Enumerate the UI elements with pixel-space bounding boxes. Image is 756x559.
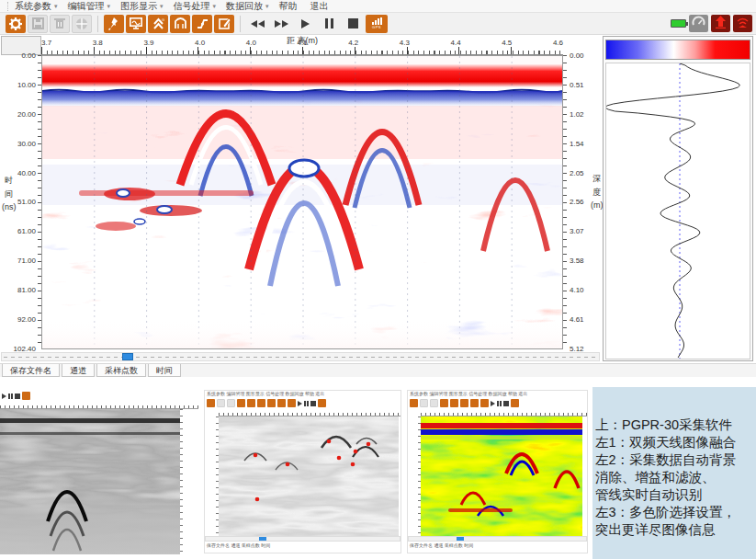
filter-button[interactable] — [192, 15, 212, 33]
pause-icon — [8, 394, 10, 399]
menu-items: 系统参数▾ 编辑管理▾ 图形显示▾ 信号处理▾ 数据回放▾ — [15, 0, 342, 13]
gps-bars-icon — [372, 17, 382, 25]
mini-x-ruler — [0, 402, 198, 409]
gps-label: GPS — [372, 25, 381, 29]
time-tick-label: 51.00 — [17, 198, 36, 206]
time-tick-label: 30.00 — [17, 140, 36, 148]
gps-button[interactable]: GPS — [366, 15, 388, 33]
trash-icon — [54, 17, 65, 29]
radargram-panel: 距 离(m) 3.73.83.94.04.04.14.24.34.44.54.6… — [0, 35, 602, 362]
x-tick-label: 3.7 — [41, 39, 51, 47]
trace-panel — [603, 36, 753, 361]
stop-icon — [503, 401, 509, 406]
app-window: 系统参数▾ 编辑管理▾ 图形显示▾ 信号处理▾ 数据回放▾ — [0, 0, 756, 559]
gps-icon — [22, 392, 30, 400]
time-tick-label: 61.00 — [17, 227, 36, 235]
thumbnail-auto-detection: 系统参数 编辑管理 图形显示 信号处理 数据回放 帮助 退出 — [204, 390, 401, 553]
depth-tick-label: 0.00 — [570, 51, 584, 60]
edit-button[interactable] — [214, 15, 234, 33]
display-button[interactable] — [126, 15, 146, 33]
caption-line: 管线实时自动识别 — [595, 486, 754, 504]
gear-icon — [207, 399, 215, 407]
menu-bar: 系统参数▾ 编辑管理▾ 图形显示▾ 信号处理▾ 数据回放▾ — [0, 0, 756, 13]
play-icon — [301, 19, 310, 29]
x-axis-ruler: 距 离(m) 3.73.83.94.04.04.14.24.34.44.54.6 — [41, 36, 563, 55]
thumbnail-dualfreq-fusion — [0, 390, 198, 559]
chevron-down-icon: ▾ — [160, 3, 164, 10]
caption-line: 消除、增益和滤波、 — [595, 469, 754, 486]
toolbar-separator — [240, 16, 241, 32]
x-tick-label: 4.2 — [348, 39, 358, 47]
x-tick-label: 4.1 — [297, 39, 307, 47]
mini-depth-ticks — [180, 409, 183, 554]
fast-forward-button[interactable] — [270, 15, 292, 33]
time-tick-label: 81.00 — [17, 286, 36, 294]
stop-icon — [15, 394, 20, 399]
play-icon — [298, 401, 302, 406]
time-tick-label: 40.00 — [17, 169, 36, 177]
settings-button[interactable] — [6, 15, 26, 33]
time-tick-label: 71.00 — [17, 257, 36, 265]
multicolor-radargram — [421, 416, 582, 536]
svg-text:G: G — [162, 17, 164, 22]
depth-tick-label: 2.05 — [570, 169, 584, 177]
radargram-canvas[interactable] — [41, 55, 563, 349]
rewind-button[interactable] — [246, 15, 268, 33]
depth-tick-label: 1.54 — [570, 140, 584, 148]
ascan-trace — [605, 63, 750, 359]
circle-window-icon — [75, 17, 88, 30]
upload-button[interactable] — [711, 15, 730, 32]
menu-item[interactable]: 系统参数▾ — [15, 0, 58, 13]
mini-scrollbar — [408, 536, 587, 542]
gauge-button[interactable] — [689, 15, 708, 32]
play-button[interactable] — [294, 15, 316, 33]
scrollbar-thumb[interactable] — [122, 353, 133, 360]
menu-item[interactable]: 退出 — [310, 0, 332, 13]
grayscale-radargram — [0, 409, 180, 554]
menu-item[interactable]: 数据回放▾ — [226, 0, 269, 13]
mini-scroll-thumb — [259, 537, 266, 541]
depth-tick-label: 3.58 — [570, 257, 584, 265]
marker-pin-button[interactable] — [104, 15, 124, 33]
brush-icon — [219, 17, 231, 29]
x-tick-label: 3.8 — [93, 39, 103, 47]
pause-button[interactable] — [318, 15, 340, 33]
main-toolbar: G GPS — [0, 13, 756, 35]
status-tray — [671, 15, 756, 32]
detected-pipes-radargram — [219, 416, 399, 536]
depth-axis-tick-labels: 0.000.511.021.542.052.563.073.584.104.61… — [570, 51, 584, 353]
menu-item[interactable]: 图形显示▾ — [120, 0, 164, 13]
mini-scrollbar — [205, 536, 401, 542]
chevron-down-icon: ▾ — [54, 3, 58, 10]
status-field: 保存文件名 — [2, 364, 60, 377]
window-button — [72, 15, 92, 33]
radargram-image — [42, 56, 562, 348]
mini-x-ruler — [421, 409, 587, 416]
gate-button[interactable] — [170, 15, 190, 33]
horizontal-scrollbar[interactable] — [1, 352, 600, 361]
curve-icon — [197, 17, 209, 29]
stop-button[interactable] — [342, 15, 364, 33]
x-tick-label: 4.5 — [502, 39, 512, 47]
gps-icon — [511, 399, 519, 407]
chevron-down-icon: ▾ — [265, 3, 269, 10]
mini-status-bar: 保存文件名 通道 采样点数 时间 — [408, 542, 587, 549]
depth-axis: 0.000.511.021.542.052.563.073.584.104.61… — [563, 55, 602, 350]
gain-button[interactable]: G — [148, 15, 168, 33]
status-field: 时间 — [148, 364, 181, 377]
menu-item[interactable]: 信号处理▾ — [174, 0, 217, 13]
depth-tick-label: 0.51 — [570, 81, 584, 89]
menu-item[interactable]: 编辑管理▾ — [68, 0, 111, 13]
menu-item[interactable]: 帮助 — [279, 0, 300, 13]
battery-icon — [671, 19, 686, 28]
gain-arrows-icon: G — [152, 17, 164, 29]
status-field: 通道 — [62, 364, 95, 377]
stop-icon — [310, 401, 316, 406]
upload-arrow-icon — [715, 16, 727, 32]
chevron-down-icon: ▾ — [213, 3, 217, 10]
mini-toolbar — [0, 390, 198, 402]
radar-button[interactable] — [733, 15, 752, 32]
time-tick-label: 0.00 — [21, 51, 36, 60]
caption-line: 上：PGPR-30采集软件 — [595, 416, 754, 434]
pause-icon — [325, 18, 328, 29]
